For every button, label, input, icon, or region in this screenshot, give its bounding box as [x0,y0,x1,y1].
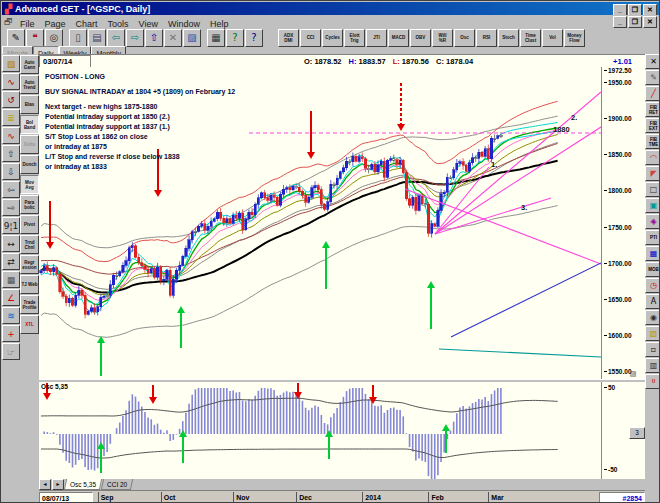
com-icon[interactable]: ▣ [645,198,660,213]
pane-number-badge[interactable]: 3 [629,427,645,439]
trendline[interactable] [435,198,551,234]
menu-file[interactable]: File [15,19,40,29]
trendline[interactable] [451,263,601,337]
child-window-icon[interactable]: 🗗 [4,17,13,27]
zoom-icon[interactable]: ◎ [45,29,63,47]
study-money-flow[interactable]: Money Flow [564,29,585,47]
print-icon[interactable]: ▦ [207,29,225,47]
fib-ext-button[interactable]: FIB EXT [645,118,660,133]
sidebar-donch[interactable]: Donch [20,155,39,174]
properties-icon[interactable]: ▨ [183,29,201,47]
axis-settings-icon[interactable]: ▨ [625,369,641,378]
osc-setup-icon[interactable]: ∿ [2,73,20,90]
prev-chart-icon[interactable]: ⇦ [107,29,125,47]
study-macd[interactable]: MACD [388,29,409,47]
child-close-button[interactable]: ✕ [643,16,657,28]
sidebar-delta[interactable]: Delta [20,135,39,154]
quotes-icon[interactable]: ❝ [26,29,44,47]
reset-icon[interactable]: ↺ [2,91,20,108]
grid-icon[interactable]: ▦ [2,271,20,288]
study-cycles[interactable]: Cycles [322,29,343,47]
sidebar-xtl[interactable]: XTL [20,315,39,334]
pti-button[interactable]: PTI [645,230,660,245]
menu-window[interactable]: Window [163,19,205,29]
study-time-clust[interactable]: Time Clust [520,29,541,47]
lines-icon[interactable]: ∠ [2,289,20,306]
paste-icon[interactable]: ⇧ [145,29,163,47]
study-adx-dmi[interactable]: ADX DMI [278,29,299,47]
oscillator-canvas[interactable] [39,382,602,479]
marquee-icon[interactable]: ▫ [645,342,660,357]
table-icon[interactable]: ▦ [645,246,660,261]
clock-icon[interactable]: ◷ [645,278,660,293]
study-will--r[interactable]: Will %R [432,29,453,47]
arrow-up-icon[interactable]: ⇧ [2,145,20,162]
sidebar-bias[interactable]: Bias [20,95,39,114]
new-page-icon[interactable]: ▯ [69,29,87,47]
help-icon[interactable]: ? [226,29,244,47]
arrow-right-icon[interactable]: ⇨ [2,199,20,216]
arrow-left-icon[interactable]: ⇦ [2,181,20,198]
sidebar-tj-web[interactable]: TJ Web [20,275,39,294]
child-restore-button[interactable]: ❐ [628,16,642,28]
gann-arc-icon[interactable]: ◠ [645,150,660,165]
sidebar-auto-trend[interactable]: Auto Trend [20,75,39,94]
study-tab-cci-20[interactable]: CCI 20 [101,479,134,490]
study-stoch[interactable]: Stoch [498,29,519,47]
open-folder-icon[interactable]: ▨ [2,55,20,72]
zoom-tool-icon[interactable]: ◉ [645,310,660,325]
sidebar-mov-avg[interactable]: Mov Avg [20,175,39,194]
menu-chart[interactable]: Chart [71,19,103,29]
menu-help[interactable]: Help [205,19,234,29]
arrow-down-icon[interactable]: ⇩ [2,163,20,180]
price-axis[interactable]: 1972.501950.001900.001850.001800.001750.… [602,67,645,379]
context-help-icon[interactable]: ? [245,29,263,47]
erase-icon[interactable]: ✕ [645,54,660,69]
sidebar-bol-band[interactable]: Bol Band [20,115,39,134]
crosshair-icon[interactable]: + [2,325,20,342]
mob-button[interactable]: MOB [645,262,660,277]
fib-time-button[interactable]: FIB TME [645,134,660,149]
copy-icon[interactable]: ▥ [645,358,660,373]
scroll-right-button[interactable]: ► [52,479,64,490]
text-tool-icon[interactable]: A [645,294,660,309]
menu-tools[interactable]: Tools [103,19,134,29]
next-chart-icon[interactable]: ⇨ [126,29,144,47]
study-tab-osc-5-35[interactable]: Osc 5,35 [64,479,102,490]
gann-fan-icon[interactable]: ◤ [645,166,660,181]
child-minimize-button[interactable]: _ [613,16,627,28]
pointer-icon[interactable]: ☞ [2,343,20,360]
sidebar-auto-gann[interactable]: Auto Gann [20,55,39,74]
mob-icon[interactable]: ≋ [2,307,20,324]
compress-bars-icon[interactable]: ⇄ [2,253,20,270]
elliott-icon[interactable]: ∿ [2,127,20,144]
study-icon[interactable]: ≣ [2,109,20,126]
sidebar-regr-ession[interactable]: Regr ession [20,255,39,274]
diamond-icon[interactable]: ◈ [645,214,660,229]
study-vol[interactable]: Vol [542,29,563,47]
sidebar-trnd-chnl[interactable]: Trnd Chnl [20,235,39,254]
scroll-left-button[interactable]: ◄ [39,479,51,490]
pen-icon[interactable]: ✎ [7,29,25,47]
ellipse-icon[interactable]: □ [645,182,660,197]
study-elott-trig[interactable]: Elott Trig [344,29,365,47]
study-cci[interactable]: CCI [300,29,321,47]
study-rsi[interactable]: RSI [476,29,497,47]
study-obv[interactable]: OBV [410,29,431,47]
trendline[interactable] [439,349,601,357]
delete-icon[interactable]: ✕ [164,29,182,47]
palette-icon[interactable]: ▧ [645,326,660,341]
fib-ret-button[interactable]: FIB RET [645,102,660,117]
menu-view[interactable]: View [134,19,163,29]
expand-bars-icon[interactable]: ↔ [2,235,20,252]
study-osc[interactable]: Osc [454,29,475,47]
sidebar-trade-profile[interactable]: Trade Profile [20,295,39,314]
scale-digits-icon[interactable]: 9¦1 [2,217,20,234]
undo-button[interactable]: U [645,374,660,389]
study-jti[interactable]: JTI [366,29,387,47]
sidebar-pivot[interactable]: Pivot [20,215,39,234]
trendline-icon[interactable]: ╱ [645,86,660,101]
menu-page[interactable]: Page [40,19,71,29]
pencil-icon[interactable]: ✎ [645,70,660,85]
save-icon[interactable]: ▤ [88,29,106,47]
